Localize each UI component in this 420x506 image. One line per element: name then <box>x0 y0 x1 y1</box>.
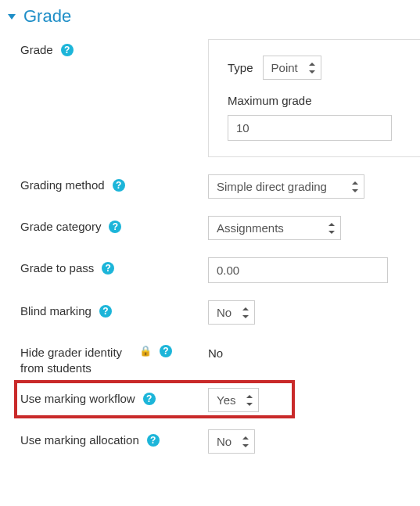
label-col-grade-to-pass: Grade to pass ? <box>20 256 208 276</box>
value-hide-grader: No <box>208 342 420 360</box>
help-icon[interactable]: ? <box>160 345 172 357</box>
help-icon[interactable]: ? <box>113 179 125 192</box>
select-type[interactable]: Point <box>263 56 321 80</box>
select-grading-method[interactable]: Simple direct grading <box>208 174 364 199</box>
label-col-hide-grader: Hide grader identity from students 🔒 ? <box>20 340 208 375</box>
help-icon[interactable]: ? <box>99 305 112 318</box>
help-icon[interactable]: ? <box>61 44 74 56</box>
label-max-grade: Maximum grade <box>228 94 407 107</box>
row-marking-allocation: Use marking allocation ? No <box>20 428 420 454</box>
grade-form-body: Grade ? Type Point Maximum grade <box>6 38 420 454</box>
help-icon[interactable]: ? <box>109 221 121 233</box>
caret-down-icon <box>8 14 16 20</box>
label-marking-allocation: Use marking allocation <box>20 432 139 448</box>
input-col-marking-workflow: Yes <box>208 386 420 412</box>
label-col-marking-allocation: Use marking allocation ? <box>20 428 208 448</box>
select-wrap-marking-allocation: No <box>208 429 255 454</box>
label-col-grading-method: Grading method ? <box>20 173 208 193</box>
row-grade-category: Grade category ? Assignments <box>20 214 420 240</box>
label-grade: Grade <box>20 42 53 58</box>
row-grading-method: Grading method ? Simple direct grading <box>20 173 420 199</box>
row-hide-grader: Hide grader identity from students 🔒 ? N… <box>20 340 420 375</box>
help-icon[interactable]: ? <box>102 262 114 275</box>
input-col-blind-marking: No <box>208 299 420 325</box>
input-grade-to-pass[interactable] <box>208 257 388 283</box>
section-title: Grade <box>23 6 71 27</box>
row-blind-marking: Blind marking ? No <box>20 299 420 325</box>
label-col-grade-category: Grade category ? <box>20 214 208 235</box>
select-wrap-marking-workflow: Yes <box>208 388 259 412</box>
label-grading-method: Grading method <box>20 178 105 193</box>
section-header-grade[interactable]: Grade <box>6 6 420 27</box>
grade-nested-box: Type Point Maximum grade <box>208 39 420 157</box>
select-wrap-grade-category: Assignments <box>208 216 341 240</box>
help-icon[interactable]: ? <box>147 434 160 447</box>
help-icon[interactable]: ? <box>143 393 156 405</box>
input-col-grading-method: Simple direct grading <box>208 173 420 199</box>
input-col-grade-to-pass <box>208 256 420 283</box>
input-col-grade-category: Assignments <box>208 214 420 240</box>
lock-icon: 🔒 <box>139 345 152 357</box>
input-col-marking-allocation: No <box>208 428 420 454</box>
label-grade-category: Grade category <box>20 219 101 235</box>
input-col-hide-grader: No <box>208 340 420 360</box>
label-type: Type <box>228 61 253 74</box>
select-wrap-grading-method: Simple direct grading <box>208 174 364 199</box>
row-type: Type Point <box>228 56 407 80</box>
label-col-grade: Grade ? <box>20 38 208 58</box>
input-col-grade: Type Point Maximum grade <box>208 38 420 157</box>
row-grade: Grade ? Type Point Maximum grade <box>20 38 420 157</box>
label-grade-to-pass: Grade to pass <box>20 260 94 276</box>
label-hide-grader: Hide grader identity from students <box>20 345 138 375</box>
select-wrap-type: Point <box>263 56 321 80</box>
select-blind-marking[interactable]: No <box>208 300 255 325</box>
select-grade-category[interactable]: Assignments <box>208 216 341 240</box>
label-col-blind-marking: Blind marking ? <box>20 299 208 319</box>
select-marking-allocation[interactable]: No <box>208 429 255 454</box>
label-blind-marking: Blind marking <box>20 303 92 319</box>
input-max-grade[interactable] <box>228 115 392 141</box>
label-col-marking-workflow: Use marking workflow ? <box>20 386 208 407</box>
label-marking-workflow: Use marking workflow <box>20 391 135 407</box>
select-wrap-blind-marking: No <box>208 300 255 325</box>
select-marking-workflow[interactable]: Yes <box>208 388 259 412</box>
row-marking-workflow: Use marking workflow ? Yes <box>20 386 420 412</box>
row-grade-to-pass: Grade to pass ? <box>20 256 420 283</box>
row-max-grade: Maximum grade <box>228 94 407 141</box>
